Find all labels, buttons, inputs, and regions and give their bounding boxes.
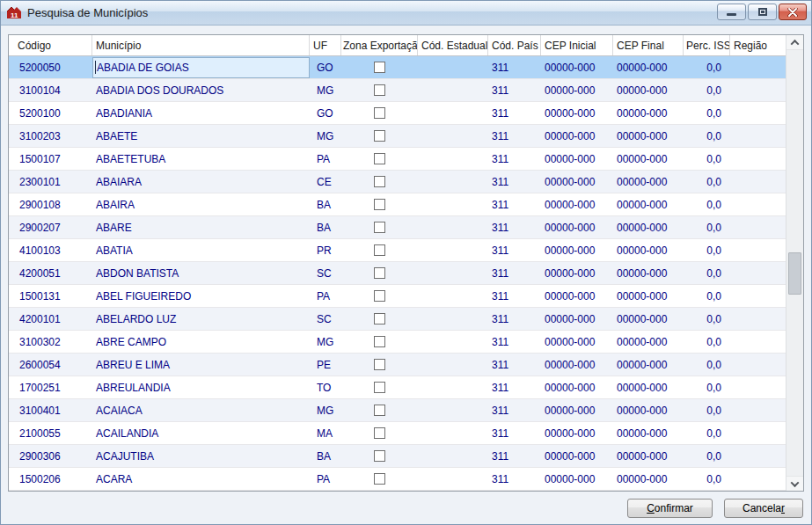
cell-cod_pais[interactable]: 311 [488,285,541,307]
table-row[interactable]: 2100055ACAILANDIAMA31100000-00000000-000… [9,422,786,445]
table-row[interactable]: 1700251ABREULANDIATO31100000-00000000-00… [9,376,786,399]
cell-municipio[interactable]: ACAIACA [92,399,310,421]
column-header-cod_estadual[interactable]: Cód. Estadual [418,35,488,55]
cell-municipio[interactable]: ACARA [92,468,310,490]
cell-cod_estadual[interactable] [418,376,488,398]
column-header-cep_final[interactable]: CEP Final [613,35,684,55]
table-row[interactable]: 1500131ABEL FIGUEIREDOPA31100000-0000000… [9,285,786,308]
cell-municipio[interactable]: ABAIRA [92,193,310,215]
cell-codigo[interactable]: 1500107 [9,148,92,170]
table-row[interactable]: 3100302ABRE CAMPOMG31100000-00000000-000… [9,331,786,354]
cell-perc_iss[interactable]: 0,0 [684,216,730,238]
cell-municipio[interactable]: ABEL FIGUEIREDO [92,285,310,307]
cell-perc_iss[interactable]: 0,0 [684,468,730,490]
cell-cep_inicial[interactable]: 00000-000 [541,216,613,238]
cell-codigo[interactable]: 3100302 [9,331,92,353]
zona-exportacao-checkbox[interactable] [374,450,385,462]
cell-cod_pais[interactable]: 311 [488,125,541,147]
cell-cod_pais[interactable]: 311 [488,262,541,284]
cell-uf[interactable]: MG [310,331,341,353]
table-row[interactable]: 5200100ABADIANIAGO31100000-00000000-0000… [9,102,786,125]
cell-perc_iss[interactable]: 0,0 [684,308,730,330]
scroll-up-button[interactable] [786,35,803,50]
cell-cep_inicial[interactable]: 00000-000 [541,422,613,444]
cell-codigo[interactable]: 2900108 [9,193,92,215]
cell-uf[interactable]: MG [310,79,341,101]
cell-zona[interactable] [341,193,418,215]
cell-regiao[interactable] [730,285,786,307]
cell-regiao[interactable] [730,308,786,330]
cell-uf[interactable]: PR [310,239,341,261]
cell-cep_final[interactable]: 00000-000 [613,468,684,490]
table-row[interactable]: 4200051ABDON BATISTASC31100000-00000000-… [9,262,786,285]
cell-zona[interactable] [341,216,418,238]
cell-cod_pais[interactable]: 311 [488,468,541,490]
cell-cep_inicial[interactable]: 00000-000 [541,376,613,398]
cell-cod_estadual[interactable] [418,308,488,330]
cell-perc_iss[interactable]: 0,0 [684,422,730,444]
cell-municipio[interactable]: ABADIA DE GOIAS [92,56,310,78]
cell-codigo[interactable]: 3100401 [9,399,92,421]
table-row[interactable]: 2900207ABAREBA31100000-00000000-0000,0 [9,216,786,239]
cell-codigo[interactable]: 2900207 [9,216,92,238]
zona-exportacao-checkbox[interactable] [374,222,385,233]
vertical-scrollbar[interactable] [786,35,803,491]
table-row[interactable]: 3100203ABAETEMG31100000-00000000-0000,0 [9,125,786,148]
cell-uf[interactable]: BA [310,193,341,215]
column-header-codigo[interactable]: Código [9,35,92,55]
cell-perc_iss[interactable]: 0,0 [684,125,730,147]
cell-cep_inicial[interactable]: 00000-000 [541,468,613,490]
cell-codigo[interactable]: 3100104 [9,79,92,101]
cell-municipio[interactable]: ABADIANIA [92,102,310,124]
scroll-down-button[interactable] [786,476,803,491]
cell-zona[interactable] [341,331,418,353]
cell-zona[interactable] [341,422,418,444]
zona-exportacao-checkbox[interactable] [374,107,385,119]
cell-cod_pais[interactable]: 311 [488,102,541,124]
cell-cep_final[interactable]: 00000-000 [613,56,684,78]
zona-exportacao-checkbox[interactable] [374,199,385,210]
close-button[interactable] [779,4,807,20]
cell-zona[interactable] [341,445,418,467]
cell-cep_inicial[interactable]: 00000-000 [541,102,613,124]
cell-regiao[interactable] [730,56,786,78]
cell-cep_final[interactable]: 00000-000 [613,148,684,170]
cell-zona[interactable] [341,171,418,193]
cell-cod_estadual[interactable] [418,354,488,376]
cell-regiao[interactable] [730,171,786,193]
cell-uf[interactable]: PA [310,148,341,170]
cell-cep_final[interactable]: 00000-000 [613,79,684,101]
cell-perc_iss[interactable]: 0,0 [684,79,730,101]
cell-cep_inicial[interactable]: 00000-000 [541,148,613,170]
cell-zona[interactable] [341,376,418,398]
cell-cod_estadual[interactable] [418,193,488,215]
cell-perc_iss[interactable]: 0,0 [684,148,730,170]
zona-exportacao-checkbox[interactable] [374,359,385,370]
cell-regiao[interactable] [730,331,786,353]
cell-cep_final[interactable]: 00000-000 [613,354,684,376]
cell-cod_pais[interactable]: 311 [488,376,541,398]
cell-perc_iss[interactable]: 0,0 [684,56,730,78]
cell-cod_pais[interactable]: 311 [488,56,541,78]
cell-codigo[interactable]: 2900306 [9,445,92,467]
cell-cep_final[interactable]: 00000-000 [613,262,684,284]
cell-regiao[interactable] [730,102,786,124]
column-header-regiao[interactable]: Região [730,35,786,55]
cell-municipio[interactable]: ABARE [92,216,310,238]
cell-cod_pais[interactable]: 311 [488,239,541,261]
cell-codigo[interactable]: 1500131 [9,285,92,307]
column-header-uf[interactable]: UF [310,35,341,55]
cell-regiao[interactable] [730,262,786,284]
zona-exportacao-checkbox[interactable] [374,84,385,96]
cell-perc_iss[interactable]: 0,0 [684,102,730,124]
cell-cep_inicial[interactable]: 00000-000 [541,399,613,421]
table-row[interactable]: 1500206ACARAPA31100000-00000000-0000,0 [9,468,786,491]
cell-municipio[interactable]: ACAILANDIA [92,422,310,444]
table-row[interactable]: 2300101ABAIARACE31100000-00000000-0000,0 [9,171,786,193]
maximize-button[interactable] [748,4,777,20]
cell-cod_estadual[interactable] [418,148,488,170]
cell-uf[interactable]: CE [310,171,341,193]
cell-regiao[interactable] [730,79,786,101]
cell-regiao[interactable] [730,239,786,261]
cell-cod_pais[interactable]: 311 [488,308,541,330]
